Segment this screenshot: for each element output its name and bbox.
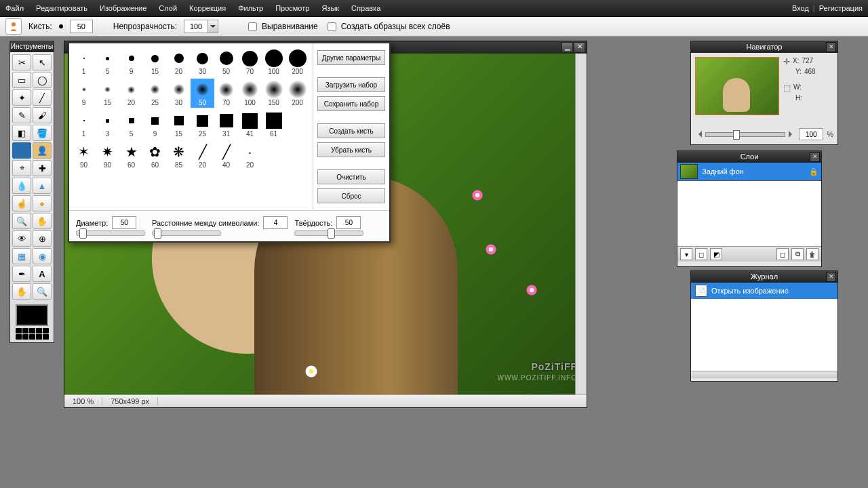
- close-button[interactable]: ✕: [574, 42, 585, 53]
- menu-view[interactable]: Просмотр: [275, 4, 309, 12]
- brush-preset-90[interactable]: ✶90: [72, 141, 96, 170]
- brush-preset-50[interactable]: 50: [214, 47, 238, 77]
- opacity-input[interactable]: [184, 20, 208, 33]
- brush-preset-20[interactable]: ·20: [238, 141, 262, 170]
- brush-preset-30[interactable]: 30: [191, 47, 214, 77]
- brush-preset-25[interactable]: 25: [143, 79, 167, 108]
- tool-clone[interactable]: ⌖: [12, 160, 31, 176]
- login-link[interactable]: Вход: [792, 4, 809, 12]
- brush-preset-50[interactable]: 50: [191, 79, 214, 108]
- hardness-slider[interactable]: [294, 230, 363, 236]
- brush-preset-25[interactable]: 25: [191, 110, 214, 139]
- tool-user-grad[interactable]: 👤: [33, 142, 52, 159]
- tool-hand[interactable]: ✋: [12, 283, 31, 300]
- tool-dodge[interactable]: 🔍: [12, 213, 31, 229]
- tool-sharpen[interactable]: ▲: [33, 178, 52, 194]
- brush-preset-15[interactable]: 15: [143, 47, 167, 77]
- menu-lang[interactable]: Язык: [321, 4, 339, 12]
- tool-burn[interactable]: ✋: [33, 213, 52, 229]
- tool-eyedrop[interactable]: ✒: [12, 266, 31, 282]
- brush-preset-15[interactable]: 15: [96, 79, 119, 108]
- zoom-slider[interactable]: [705, 132, 785, 137]
- brush-preset-5[interactable]: 5: [96, 47, 119, 77]
- brush-preset-9[interactable]: 9: [72, 79, 96, 108]
- tool-smudge[interactable]: ☝: [12, 195, 31, 211]
- tool-blur-circ[interactable]: ◉: [33, 248, 52, 264]
- brush-preset-9[interactable]: 9: [119, 47, 143, 77]
- create-brush-button[interactable]: Создать кисть: [317, 123, 385, 138]
- brush-size-input[interactable]: [70, 20, 93, 33]
- tool-heal[interactable]: ✚: [33, 160, 52, 176]
- menu-layer[interactable]: Слой: [159, 4, 177, 12]
- menu-file[interactable]: Файл: [5, 4, 24, 12]
- brush-preset-61[interactable]: 61: [262, 110, 285, 139]
- remove-brush-button[interactable]: Убрать кисть: [317, 142, 385, 157]
- minimize-button[interactable]: ▁: [561, 42, 573, 53]
- brush-preset-5[interactable]: 5: [119, 110, 143, 139]
- tool-pencil[interactable]: ✎: [12, 107, 31, 123]
- tool-brush[interactable]: 🖌: [33, 107, 52, 123]
- brush-preset-30[interactable]: 30: [167, 79, 191, 108]
- spacing-slider[interactable]: [152, 230, 221, 236]
- layer-mask-button[interactable]: ◻: [695, 248, 707, 260]
- tool-line[interactable]: ╱: [33, 89, 52, 106]
- spacing-input[interactable]: [263, 216, 288, 229]
- zoom-in-icon[interactable]: [789, 131, 795, 138]
- sample-all-checkbox[interactable]: Создать образцы всех слоёв: [325, 20, 450, 33]
- tool-rect-select[interactable]: ▭: [12, 72, 31, 88]
- tool-lasso[interactable]: ◯: [33, 72, 52, 88]
- brush-preset-3[interactable]: 3: [96, 110, 119, 139]
- fg-color-swatch[interactable]: [16, 304, 48, 326]
- load-set-button[interactable]: Загрузить набор: [317, 77, 385, 92]
- layer-row-background[interactable]: Задний фон 🔒: [677, 163, 821, 181]
- brush-preset-70[interactable]: 70: [214, 79, 238, 108]
- brush-preset-41[interactable]: 41: [238, 110, 262, 139]
- tool-sponge[interactable]: ●: [33, 195, 52, 211]
- lock-icon[interactable]: 🔒: [809, 167, 818, 176]
- tool-zoom[interactable]: 🔍: [33, 283, 52, 300]
- layer-opt-button[interactable]: ▾: [680, 248, 692, 260]
- brush-preset-200[interactable]: 200: [285, 79, 309, 108]
- zoom-input[interactable]: [799, 128, 823, 140]
- tool-wand[interactable]: ✦: [12, 89, 31, 106]
- zoom-out-icon[interactable]: [695, 131, 702, 138]
- brush-preset-1[interactable]: 1: [72, 110, 96, 139]
- tool-crop[interactable]: ✂: [12, 54, 31, 70]
- brush-preset-200[interactable]: 200: [285, 47, 309, 77]
- brush-preset-100[interactable]: 100: [238, 79, 262, 108]
- brush-preset-20[interactable]: 20: [167, 47, 191, 77]
- menu-help[interactable]: Справка: [351, 4, 380, 12]
- close-icon[interactable]: ✕: [826, 272, 836, 282]
- tool-move[interactable]: ↖: [33, 54, 52, 70]
- brush-preset-31[interactable]: 31: [214, 110, 238, 139]
- reset-button[interactable]: Сброс: [317, 188, 385, 203]
- close-icon[interactable]: ✕: [826, 42, 836, 52]
- menu-image[interactable]: Изображение: [100, 4, 146, 12]
- hardness-input[interactable]: [336, 216, 361, 229]
- brush-preset-85[interactable]: ❋85: [167, 141, 191, 170]
- new-layer-button[interactable]: ◻: [776, 248, 789, 260]
- dropdown-icon[interactable]: [208, 20, 218, 33]
- brush-preset-100[interactable]: 100: [262, 47, 285, 77]
- canvas-scrollbar[interactable]: [575, 54, 587, 395]
- delete-layer-button[interactable]: 🗑: [806, 248, 818, 260]
- brush-preset-60[interactable]: ★60: [119, 141, 143, 170]
- layer-fx-button[interactable]: ◩: [710, 248, 722, 260]
- diameter-slider[interactable]: [76, 230, 145, 236]
- mini-swatches[interactable]: [16, 328, 49, 340]
- save-set-button[interactable]: Сохранить набор: [317, 96, 385, 111]
- menu-edit[interactable]: Редактировать: [36, 4, 87, 12]
- brush-preset-15[interactable]: 15: [167, 110, 191, 139]
- brush-preset-20[interactable]: ╱20: [191, 141, 214, 170]
- align-checkbox[interactable]: Выравнивание: [245, 20, 318, 33]
- dup-layer-button[interactable]: ⧉: [791, 248, 804, 260]
- brush-preset-40[interactable]: ╱40: [214, 141, 238, 170]
- diameter-input[interactable]: [112, 216, 136, 229]
- tool-redeye[interactable]: 👁: [12, 230, 31, 247]
- tool-blur-rect[interactable]: ▦: [12, 248, 31, 264]
- register-link[interactable]: Регистрация: [819, 4, 863, 12]
- brush-preset-1[interactable]: 1: [72, 47, 96, 77]
- tool-gradient[interactable]: [12, 142, 31, 159]
- user-icon[interactable]: [5, 18, 22, 35]
- tool-text[interactable]: A: [33, 266, 52, 282]
